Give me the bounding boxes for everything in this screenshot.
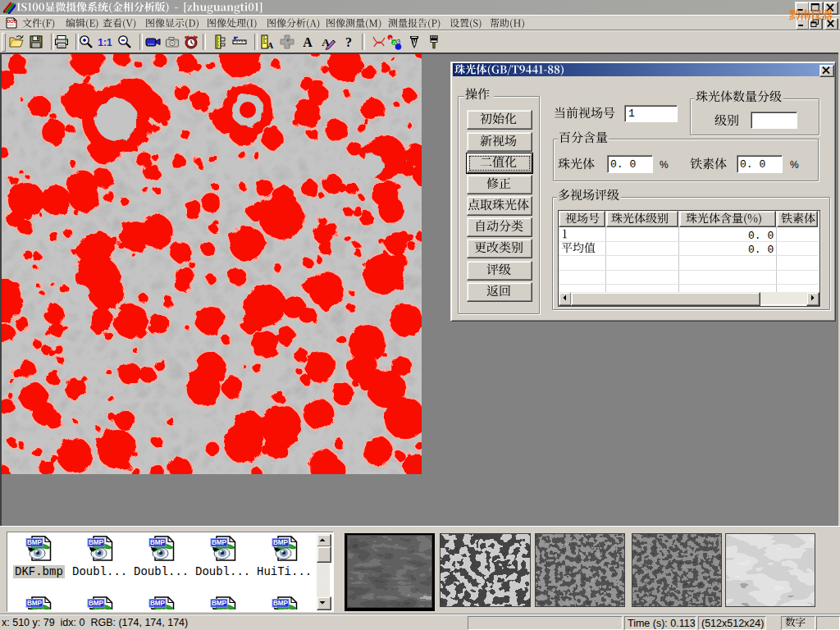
svg-text:BMP: BMP bbox=[212, 539, 227, 546]
svg-text:BMP: BMP bbox=[212, 600, 227, 607]
svg-text:BMP: BMP bbox=[273, 539, 289, 546]
svg-text:?: ? bbox=[345, 35, 352, 49]
svg-text:3: 3 bbox=[397, 38, 401, 46]
svg-text:BMP: BMP bbox=[27, 600, 43, 607]
svg-text:A: A bbox=[303, 35, 313, 49]
svg-text:BMP: BMP bbox=[150, 600, 166, 607]
svg-text:BMP: BMP bbox=[89, 600, 104, 607]
svg-text:1:1: 1:1 bbox=[98, 37, 112, 48]
svg-text:A: A bbox=[267, 41, 274, 50]
svg-text:BMP: BMP bbox=[89, 539, 104, 546]
svg-text:DOC: DOC bbox=[7, 19, 16, 24]
svg-text:BMP: BMP bbox=[27, 539, 43, 546]
svg-text:BMP: BMP bbox=[273, 600, 289, 607]
svg-text:BMP: BMP bbox=[150, 539, 166, 546]
